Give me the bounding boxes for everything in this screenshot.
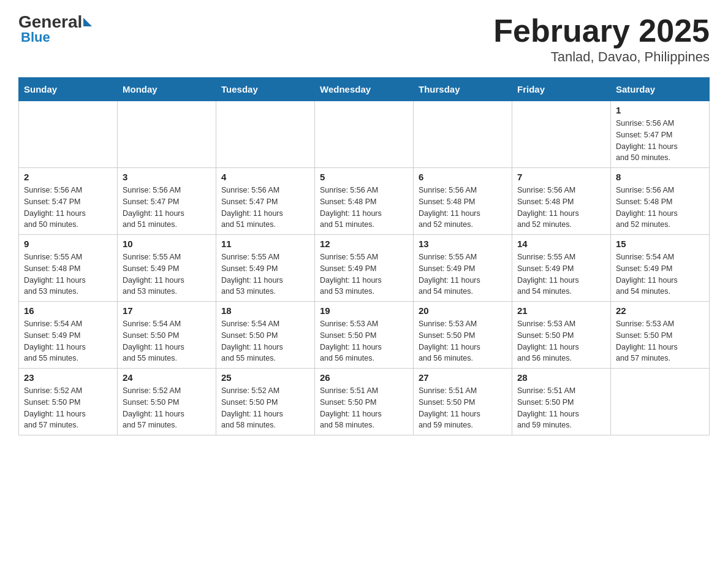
title-section: February 2025 Tanlad, Davao, Philippines: [493, 12, 710, 65]
calendar-day-cell: 22Sunrise: 5:53 AM Sunset: 5:50 PM Dayli…: [611, 302, 710, 369]
calendar-day-cell: 16Sunrise: 5:54 AM Sunset: 5:49 PM Dayli…: [19, 302, 118, 369]
calendar-day-cell: 28Sunrise: 5:51 AM Sunset: 5:50 PM Dayli…: [512, 369, 611, 435]
calendar-day-cell: 1Sunrise: 5:56 AM Sunset: 5:47 PM Daylig…: [611, 101, 710, 168]
calendar-location: Tanlad, Davao, Philippines: [493, 49, 710, 65]
day-info: Sunrise: 5:51 AM Sunset: 5:50 PM Dayligh…: [517, 385, 605, 431]
calendar-day-cell: 7Sunrise: 5:56 AM Sunset: 5:48 PM Daylig…: [512, 168, 611, 235]
weekday-header-monday: Monday: [118, 78, 216, 101]
day-number: 3: [123, 172, 211, 182]
calendar-day-cell: 3Sunrise: 5:56 AM Sunset: 5:47 PM Daylig…: [118, 168, 216, 235]
calendar-day-cell: [216, 101, 315, 168]
day-number: 11: [221, 239, 309, 249]
calendar-day-cell: 8Sunrise: 5:56 AM Sunset: 5:48 PM Daylig…: [611, 168, 710, 235]
day-number: 23: [24, 372, 112, 383]
calendar-day-cell: 21Sunrise: 5:53 AM Sunset: 5:50 PM Dayli…: [512, 302, 611, 369]
day-number: 9: [24, 239, 112, 249]
day-number: 27: [419, 372, 507, 383]
day-info: Sunrise: 5:52 AM Sunset: 5:50 PM Dayligh…: [123, 385, 211, 431]
weekday-header-friday: Friday: [512, 78, 611, 101]
day-number: 12: [320, 239, 408, 249]
calendar-day-cell: 6Sunrise: 5:56 AM Sunset: 5:48 PM Daylig…: [414, 168, 512, 235]
day-number: 8: [616, 172, 704, 182]
calendar-day-cell: 17Sunrise: 5:54 AM Sunset: 5:50 PM Dayli…: [118, 302, 216, 369]
day-info: Sunrise: 5:54 AM Sunset: 5:49 PM Dayligh…: [24, 318, 112, 364]
day-number: 13: [419, 239, 507, 249]
day-info: Sunrise: 5:53 AM Sunset: 5:50 PM Dayligh…: [517, 318, 605, 364]
calendar-title: February 2025: [493, 12, 710, 49]
calendar-day-cell: 23Sunrise: 5:52 AM Sunset: 5:50 PM Dayli…: [19, 369, 118, 435]
day-number: 25: [221, 372, 309, 383]
calendar-day-cell: 2Sunrise: 5:56 AM Sunset: 5:47 PM Daylig…: [19, 168, 118, 235]
weekday-header-sunday: Sunday: [19, 78, 118, 101]
day-info: Sunrise: 5:53 AM Sunset: 5:50 PM Dayligh…: [320, 318, 408, 364]
calendar-day-cell: 19Sunrise: 5:53 AM Sunset: 5:50 PM Dayli…: [315, 302, 414, 369]
day-number: 21: [517, 305, 605, 316]
day-number: 14: [517, 239, 605, 249]
calendar-day-cell: 4Sunrise: 5:56 AM Sunset: 5:47 PM Daylig…: [216, 168, 315, 235]
calendar-day-cell: 18Sunrise: 5:54 AM Sunset: 5:50 PM Dayli…: [216, 302, 315, 369]
day-info: Sunrise: 5:55 AM Sunset: 5:49 PM Dayligh…: [221, 251, 309, 297]
day-info: Sunrise: 5:55 AM Sunset: 5:49 PM Dayligh…: [320, 251, 408, 297]
calendar-day-cell: 10Sunrise: 5:55 AM Sunset: 5:49 PM Dayli…: [118, 235, 216, 302]
day-info: Sunrise: 5:51 AM Sunset: 5:50 PM Dayligh…: [419, 385, 507, 431]
calendar-day-cell: 13Sunrise: 5:55 AM Sunset: 5:49 PM Dayli…: [414, 235, 512, 302]
logo-blue-text: Blue: [21, 29, 50, 45]
day-number: 10: [123, 239, 211, 249]
day-number: 5: [320, 172, 408, 182]
calendar-day-cell: 15Sunrise: 5:54 AM Sunset: 5:49 PM Dayli…: [611, 235, 710, 302]
day-number: 26: [320, 372, 408, 383]
calendar-day-cell: [19, 101, 118, 168]
day-info: Sunrise: 5:55 AM Sunset: 5:49 PM Dayligh…: [517, 251, 605, 297]
day-info: Sunrise: 5:55 AM Sunset: 5:49 PM Dayligh…: [123, 251, 211, 297]
logo-arrow-icon: [83, 18, 92, 26]
calendar-table: SundayMondayTuesdayWednesdayThursdayFrid…: [18, 77, 710, 435]
day-number: 1: [616, 105, 704, 115]
day-info: Sunrise: 5:53 AM Sunset: 5:50 PM Dayligh…: [616, 318, 704, 364]
calendar-day-cell: 12Sunrise: 5:55 AM Sunset: 5:49 PM Dayli…: [315, 235, 414, 302]
day-info: Sunrise: 5:54 AM Sunset: 5:49 PM Dayligh…: [616, 251, 704, 297]
day-number: 7: [517, 172, 605, 182]
day-number: 15: [616, 239, 704, 249]
calendar-header-row: SundayMondayTuesdayWednesdayThursdayFrid…: [19, 78, 710, 101]
calendar-week-row: 1Sunrise: 5:56 AM Sunset: 5:47 PM Daylig…: [19, 101, 710, 168]
day-number: 2: [24, 172, 112, 182]
day-info: Sunrise: 5:54 AM Sunset: 5:50 PM Dayligh…: [123, 318, 211, 364]
calendar-week-row: 2Sunrise: 5:56 AM Sunset: 5:47 PM Daylig…: [19, 168, 710, 235]
calendar-day-cell: [315, 101, 414, 168]
day-info: Sunrise: 5:53 AM Sunset: 5:50 PM Dayligh…: [419, 318, 507, 364]
calendar-day-cell: 27Sunrise: 5:51 AM Sunset: 5:50 PM Dayli…: [414, 369, 512, 435]
day-number: 17: [123, 305, 211, 316]
day-info: Sunrise: 5:54 AM Sunset: 5:50 PM Dayligh…: [221, 318, 309, 364]
calendar-day-cell: 20Sunrise: 5:53 AM Sunset: 5:50 PM Dayli…: [414, 302, 512, 369]
day-info: Sunrise: 5:52 AM Sunset: 5:50 PM Dayligh…: [24, 385, 112, 431]
calendar-day-cell: 9Sunrise: 5:55 AM Sunset: 5:48 PM Daylig…: [19, 235, 118, 302]
day-info: Sunrise: 5:56 AM Sunset: 5:47 PM Dayligh…: [221, 185, 309, 231]
day-info: Sunrise: 5:55 AM Sunset: 5:48 PM Dayligh…: [24, 251, 112, 297]
weekday-header-saturday: Saturday: [611, 78, 710, 101]
day-info: Sunrise: 5:56 AM Sunset: 5:48 PM Dayligh…: [517, 185, 605, 231]
day-number: 6: [419, 172, 507, 182]
day-info: Sunrise: 5:52 AM Sunset: 5:50 PM Dayligh…: [221, 385, 309, 431]
day-info: Sunrise: 5:56 AM Sunset: 5:47 PM Dayligh…: [24, 185, 112, 231]
day-info: Sunrise: 5:56 AM Sunset: 5:47 PM Dayligh…: [616, 118, 704, 164]
day-number: 28: [517, 372, 605, 383]
day-number: 20: [419, 305, 507, 316]
calendar-day-cell: 14Sunrise: 5:55 AM Sunset: 5:49 PM Dayli…: [512, 235, 611, 302]
calendar-day-cell: [611, 369, 710, 435]
day-number: 24: [123, 372, 211, 383]
calendar-day-cell: [512, 101, 611, 168]
calendar-day-cell: [414, 101, 512, 168]
calendar-week-row: 9Sunrise: 5:55 AM Sunset: 5:48 PM Daylig…: [19, 235, 710, 302]
calendar-day-cell: 26Sunrise: 5:51 AM Sunset: 5:50 PM Dayli…: [315, 369, 414, 435]
logo: General Blue: [18, 12, 93, 45]
day-info: Sunrise: 5:51 AM Sunset: 5:50 PM Dayligh…: [320, 385, 408, 431]
day-number: 4: [221, 172, 309, 182]
calendar-day-cell: [118, 101, 216, 168]
calendar-day-cell: 5Sunrise: 5:56 AM Sunset: 5:48 PM Daylig…: [315, 168, 414, 235]
calendar-day-cell: 11Sunrise: 5:55 AM Sunset: 5:49 PM Dayli…: [216, 235, 315, 302]
weekday-header-thursday: Thursday: [414, 78, 512, 101]
calendar-day-cell: 24Sunrise: 5:52 AM Sunset: 5:50 PM Dayli…: [118, 369, 216, 435]
day-info: Sunrise: 5:56 AM Sunset: 5:48 PM Dayligh…: [616, 185, 704, 231]
calendar-week-row: 16Sunrise: 5:54 AM Sunset: 5:49 PM Dayli…: [19, 302, 710, 369]
day-info: Sunrise: 5:56 AM Sunset: 5:48 PM Dayligh…: [419, 185, 507, 231]
